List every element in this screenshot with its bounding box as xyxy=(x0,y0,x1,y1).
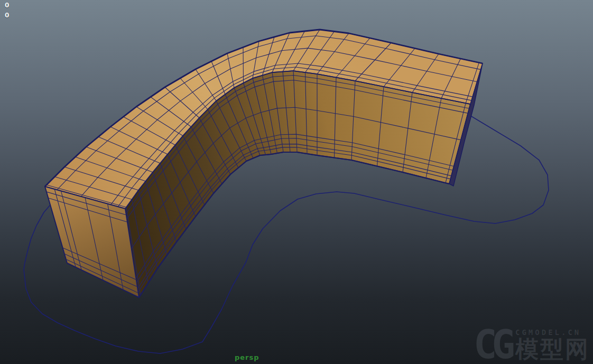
camera-label: persp xyxy=(235,353,260,361)
scene-svg xyxy=(0,0,593,364)
counter-mesh[interactable] xyxy=(45,30,483,297)
maya-perspective-viewport[interactable]: 0 0 persp CG CGMODEL.CN 模型网 xyxy=(0,0,593,364)
